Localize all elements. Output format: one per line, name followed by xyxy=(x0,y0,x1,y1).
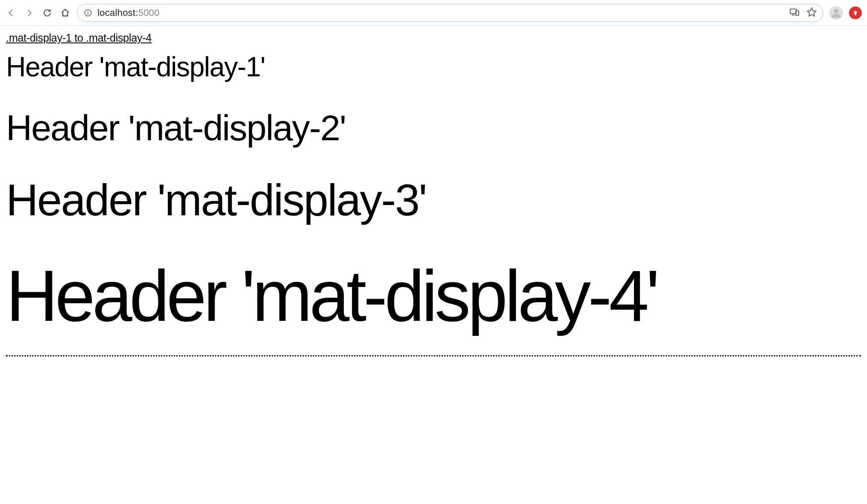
person-icon xyxy=(831,7,842,18)
address-bar[interactable]: localhost:5000 xyxy=(77,4,823,22)
address-bar-actions xyxy=(789,7,817,19)
url-port: 5000 xyxy=(138,7,160,18)
arrow-left-icon xyxy=(6,8,16,18)
reload-button[interactable] xyxy=(41,7,53,19)
url-host: localhost: xyxy=(97,7,138,18)
mat-display-1-header: Header 'mat-display-1' xyxy=(6,53,861,81)
mat-display-4-header: Header 'mat-display-4' xyxy=(6,258,861,334)
bookmark-button[interactable] xyxy=(806,7,817,19)
page-content: .mat-display-1 to .mat-display-4 Header … xyxy=(0,26,867,334)
extension-badge[interactable] xyxy=(849,6,862,19)
info-icon xyxy=(84,9,92,17)
reload-icon xyxy=(42,8,52,18)
devices-icon xyxy=(789,7,800,17)
section-title: .mat-display-1 to .mat-display-4 xyxy=(6,32,861,44)
mat-display-2-header: Header 'mat-display-2' xyxy=(6,109,861,147)
dotted-separator xyxy=(6,355,861,356)
svg-rect-3 xyxy=(790,9,796,14)
home-button[interactable] xyxy=(59,7,71,19)
forward-button[interactable] xyxy=(23,7,35,19)
profile-avatar[interactable] xyxy=(829,6,843,20)
arrow-up-icon xyxy=(852,9,859,16)
star-icon xyxy=(806,7,817,17)
svg-point-7 xyxy=(834,9,839,13)
browser-toolbar: localhost:5000 xyxy=(0,0,867,26)
back-button[interactable] xyxy=(5,7,17,19)
site-info-button[interactable] xyxy=(84,9,92,17)
url-text: localhost:5000 xyxy=(97,7,160,18)
svg-marker-6 xyxy=(807,8,816,16)
send-to-devices-button[interactable] xyxy=(789,7,800,19)
home-icon xyxy=(61,8,70,18)
mat-display-3-header: Header 'mat-display-3' xyxy=(6,177,861,223)
svg-point-2 xyxy=(88,11,88,12)
arrow-right-icon xyxy=(24,8,34,18)
